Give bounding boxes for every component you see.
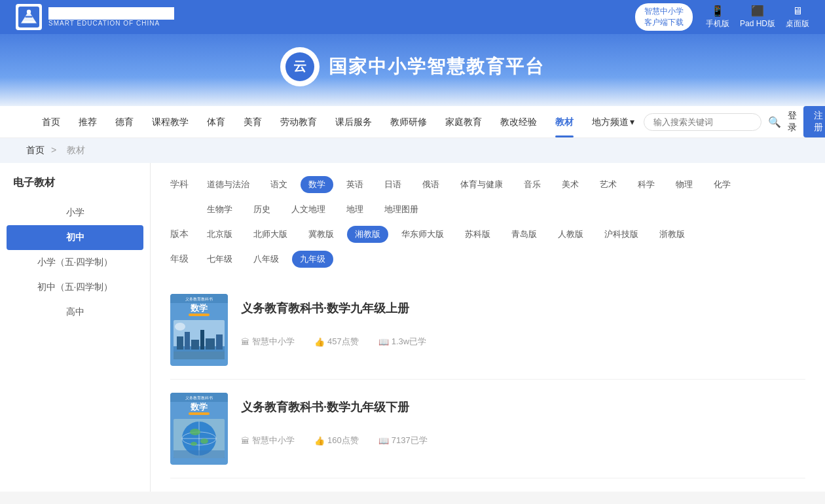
dropdown-arrow-icon: ▾ [630, 106, 634, 137]
search-icon[interactable]: 🔍 [768, 116, 781, 128]
book-title-1[interactable]: 义务教育教科书·数学九年级上册 [241, 300, 805, 316]
search-input[interactable] [644, 113, 761, 131]
filter-tag-geography[interactable]: 地理 [339, 201, 371, 218]
svg-point-34 [190, 429, 200, 435]
filter-subject-label: 学科 [170, 179, 196, 190]
book-cover-2[interactable]: 义务教育教科书 数学 [170, 393, 228, 465]
filter-tag-music[interactable]: 音乐 [516, 176, 549, 193]
filter-tag-zhe[interactable]: 浙教版 [651, 226, 693, 243]
hero-logo-icon: 云 [280, 47, 320, 86]
svg-rect-20 [206, 338, 215, 350]
filter-tag-beijing[interactable]: 北京版 [199, 226, 240, 243]
publisher-icon: 🏛 [241, 436, 249, 446]
hero-logo: 云 国家中小学智慧教育平台 [0, 47, 825, 86]
filter-tag-moral[interactable]: 道德与法治 [199, 176, 257, 193]
nav-reform[interactable]: 教改经验 [491, 106, 546, 137]
nav-moral[interactable]: 德育 [106, 106, 143, 137]
filter-tag-pe[interactable]: 体育与健康 [452, 176, 511, 193]
nav-textbook[interactable]: 教材 [546, 106, 583, 137]
filter-tag-xiang[interactable]: 湘教版 [347, 226, 388, 243]
pad-icon: ⬛ [751, 5, 764, 17]
filter-tag-grade8[interactable]: 八年级 [246, 251, 287, 268]
svg-point-3 [27, 10, 31, 14]
svg-point-36 [191, 442, 197, 446]
filter-grade-row: 年级 七年级 八年级 九年级 [170, 251, 805, 268]
nav-sports[interactable]: 体育 [198, 106, 234, 137]
filter-tag-math[interactable]: 数学 [301, 176, 333, 193]
filter-tag-qingdao[interactable]: 青岛版 [504, 226, 545, 243]
register-button[interactable]: 注册 [803, 106, 825, 137]
svg-text:数学: 数学 [190, 303, 208, 313]
book-cover-1[interactable]: 义务教育教科书 数学 [170, 294, 228, 366]
nav-teacher[interactable]: 教师研修 [381, 106, 436, 137]
book-title-2[interactable]: 义务教育教科书·数学九年级下册 [241, 399, 805, 415]
nav-home[interactable]: 首页 [33, 106, 69, 137]
book-item: 义务教育教科书 数学 [170, 380, 805, 478]
filter-edition-label: 版本 [170, 228, 196, 240]
svg-rect-16 [177, 336, 183, 350]
filter-tag-russian[interactable]: 俄语 [414, 176, 447, 193]
filter-tag-grade7[interactable]: 七年级 [199, 251, 240, 268]
svg-rect-28 [189, 412, 210, 415]
header: 国家智慧教育公共服务平台 SMART EDUCATION OF CHINA 智慧… [0, 0, 825, 34]
hero-title: 国家中小学智慧教育平台 [329, 54, 545, 79]
filter-tag-japanese[interactable]: 日语 [376, 176, 409, 193]
book-likes-1: 👍 457点赞 [314, 336, 359, 348]
filter-grade-label: 年级 [170, 253, 196, 265]
svg-rect-4 [22, 21, 35, 22]
filter-tag-english[interactable]: 英语 [339, 176, 371, 193]
filter-tag-art[interactable]: 艺术 [592, 176, 625, 193]
sidebar-item-primary[interactable]: 小学 [0, 200, 150, 225]
nav-bar: 首页 推荐 德育 课程教学 体育 美育 劳动教育 课后服务 教师研修 家庭教育 … [0, 106, 825, 138]
nav-art-ed[interactable]: 美育 [234, 106, 271, 137]
sidebar-item-high[interactable]: 高中 [0, 300, 150, 325]
breadcrumb: 首页 > 教材 [0, 138, 825, 163]
filter-tag-physics[interactable]: 物理 [668, 176, 701, 193]
filter-tag-geoatlas[interactable]: 地理图册 [376, 201, 426, 218]
book-publisher-1: 🏛 智慧中小学 [241, 336, 295, 348]
filter-tag-science[interactable]: 科学 [630, 176, 663, 193]
download-button[interactable]: 智慧中小学 客户端下载 [635, 3, 693, 31]
svg-rect-21 [216, 334, 223, 350]
logo-icon [16, 4, 42, 30]
pad-version[interactable]: ⬛ Pad HD版 [740, 5, 775, 29]
filter-tag-huadong[interactable]: 华东师大版 [394, 226, 452, 243]
sidebar-item-primary-5[interactable]: 小学（五·四学制） [0, 250, 150, 275]
mobile-version[interactable]: 📱 手机版 [706, 5, 729, 29]
sidebar: 电子教材 小学 初中 小学（五·四学制） 初中（五·四学制） 高中 [0, 163, 151, 492]
logo-area: 国家智慧教育公共服务平台 SMART EDUCATION OF CHINA [16, 4, 174, 30]
filter-tag-suke[interactable]: 苏科版 [457, 226, 498, 243]
nav-local[interactable]: 地方频道 ▾ [583, 106, 644, 137]
filter-tag-fineart[interactable]: 美术 [554, 176, 587, 193]
header-right: 智慧中小学 客户端下载 📱 手机版 ⬛ Pad HD版 🖥 桌面版 [635, 3, 809, 31]
filter-tag-hukeji[interactable]: 沪科技版 [596, 226, 646, 243]
device-options: 📱 手机版 ⬛ Pad HD版 🖥 桌面版 [706, 5, 809, 29]
nav-family[interactable]: 家庭教育 [436, 106, 491, 137]
filter-tag-chinese[interactable]: 语文 [263, 176, 295, 193]
filter-tag-humgeo[interactable]: 人文地理 [284, 201, 333, 218]
filter-tag-biology[interactable]: 生物学 [199, 201, 240, 218]
logo-text: 国家智慧教育公共服务平台 SMART EDUCATION OF CHINA [48, 7, 174, 27]
filter-tag-chemistry[interactable]: 化学 [706, 176, 739, 193]
filter-subject-row1: 学科 道德与法治 语文 数学 英语 日语 俄语 体育与健康 音乐 美术 艺术 科… [170, 176, 805, 193]
filter-tag-ji[interactable]: 冀教版 [301, 226, 342, 243]
book-list: 义务教育教科书 数学 [170, 281, 805, 478]
filter-tag-history[interactable]: 历史 [246, 201, 278, 218]
filter-tag-renjiao[interactable]: 人教版 [550, 226, 591, 243]
filter-tag-bsdx[interactable]: 北师大版 [246, 226, 295, 243]
nav-curriculum[interactable]: 课程教学 [143, 106, 198, 137]
breadcrumb-home[interactable]: 首页 [26, 145, 45, 155]
sidebar-item-middle-5[interactable]: 初中（五·四学制） [0, 275, 150, 300]
desktop-version[interactable]: 🖥 桌面版 [786, 5, 809, 29]
login-button[interactable]: 登录 [781, 110, 803, 134]
svg-rect-2 [25, 16, 32, 17]
nav-afterschool[interactable]: 课后服务 [326, 106, 381, 137]
book-studied-2: 📖 7137已学 [378, 435, 428, 446]
filter-tag-grade9[interactable]: 九年级 [292, 251, 333, 268]
nav-labor[interactable]: 劳动教育 [271, 106, 326, 137]
nav-recommend[interactable]: 推荐 [69, 106, 106, 137]
sidebar-item-middle[interactable]: 初中 [7, 225, 143, 250]
content-area: 学科 道德与法治 语文 数学 英语 日语 俄语 体育与健康 音乐 美术 艺术 科… [151, 163, 825, 492]
svg-text:数学: 数学 [190, 402, 208, 412]
book-item: 义务教育教科书 数学 [170, 281, 805, 380]
